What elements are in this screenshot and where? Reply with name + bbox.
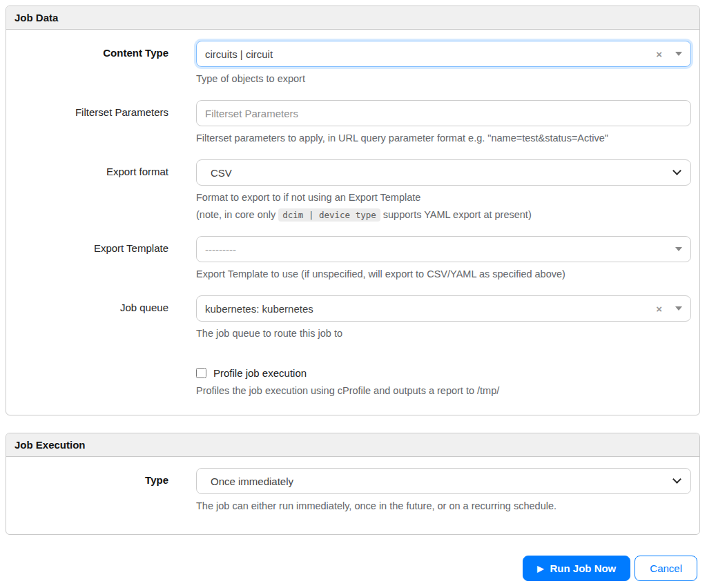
play-icon: ▶ xyxy=(537,564,543,574)
clear-icon[interactable]: × xyxy=(656,49,662,59)
export-template-select[interactable]: --------- xyxy=(196,236,691,262)
filterset-help: Filterset parameters to apply, in URL qu… xyxy=(196,131,691,146)
filterset-label: Filterset Parameters xyxy=(14,100,179,118)
job-queue-label: Job queue xyxy=(14,295,179,313)
form-actions: ▶ Run Job Now Cancel xyxy=(6,556,700,581)
export-format-select[interactable]: CSV xyxy=(196,159,691,186)
export-format-help: Format to export to if not using an Expo… xyxy=(196,190,691,222)
export-template-row: Export Template --------- Export Templat… xyxy=(6,236,699,282)
chevron-down-icon xyxy=(675,52,682,56)
job-data-panel-body: Content Type circuits | circuit × Type o… xyxy=(6,30,699,415)
content-type-row: Content Type circuits | circuit × Type o… xyxy=(6,41,699,86)
chevron-down-icon xyxy=(675,306,682,311)
export-template-help: Export Template to use (if unspecified, … xyxy=(196,267,691,282)
content-type-value: circuits | circuit xyxy=(205,48,656,60)
export-format-row: Export format CSV Format to export to if… xyxy=(6,159,699,222)
job-data-panel-header: Job Data xyxy=(6,6,699,30)
profile-checkbox-label: Profile job execution xyxy=(213,367,307,379)
content-type-label: Content Type xyxy=(14,41,179,59)
job-data-panel: Job Data Content Type circuits | circuit… xyxy=(6,6,700,415)
export-format-label: Export format xyxy=(14,159,179,177)
cancel-button[interactable]: Cancel xyxy=(635,556,697,581)
execution-type-value: Once immediately xyxy=(211,476,674,487)
profile-checkbox-wrap: Profile job execution xyxy=(196,367,691,379)
job-queue-help: The job queue to route this job to xyxy=(196,326,691,341)
clear-icon[interactable]: × xyxy=(656,304,662,314)
job-execution-panel-body: Type Once immediately The job can either… xyxy=(6,457,699,534)
run-job-now-label: Run Job Now xyxy=(550,562,616,574)
run-job-now-button[interactable]: ▶ Run Job Now xyxy=(523,556,630,581)
chevron-down-icon xyxy=(675,247,682,251)
job-queue-select[interactable]: kubernetes: kubernetes × xyxy=(196,295,691,322)
export-template-placeholder: --------- xyxy=(205,244,675,255)
export-format-help-line2: (note, in core only dcim | device type s… xyxy=(196,208,691,222)
execution-type-select[interactable]: Once immediately xyxy=(196,468,691,494)
profile-help: Profiles the job execution using cProfil… xyxy=(196,384,691,398)
profile-checkbox[interactable] xyxy=(196,368,206,378)
chevron-down-icon xyxy=(672,166,681,175)
job-execution-panel: Job Execution Type Once immediately The … xyxy=(6,433,700,535)
panel-title: Job Execution xyxy=(14,439,86,451)
job-queue-value: kubernetes: kubernetes xyxy=(205,303,656,315)
filterset-input[interactable] xyxy=(196,100,691,126)
chevron-down-icon xyxy=(672,475,681,484)
filterset-row: Filterset Parameters Filterset parameter… xyxy=(6,100,699,146)
execution-type-label: Type xyxy=(14,468,179,486)
export-format-value: CSV xyxy=(211,167,674,179)
panel-title: Job Data xyxy=(14,12,58,23)
inline-code: dcim | device type xyxy=(278,208,380,222)
content-type-select[interactable]: circuits | circuit × xyxy=(196,41,691,67)
export-format-help-line1: Format to export to if not using an Expo… xyxy=(196,190,691,205)
job-execution-panel-header: Job Execution xyxy=(6,433,699,457)
profile-row: Profile job execution Profiles the job e… xyxy=(6,367,699,398)
job-run-form: Job Data Content Type circuits | circuit… xyxy=(0,0,707,587)
job-queue-row: Job queue kubernetes: kubernetes × The j… xyxy=(6,295,699,341)
execution-type-help: The job can either run immediately, once… xyxy=(196,499,691,513)
export-template-label: Export Template xyxy=(14,236,179,254)
content-type-help: Type of objects to export xyxy=(196,72,691,86)
execution-type-row: Type Once immediately The job can either… xyxy=(6,468,699,513)
